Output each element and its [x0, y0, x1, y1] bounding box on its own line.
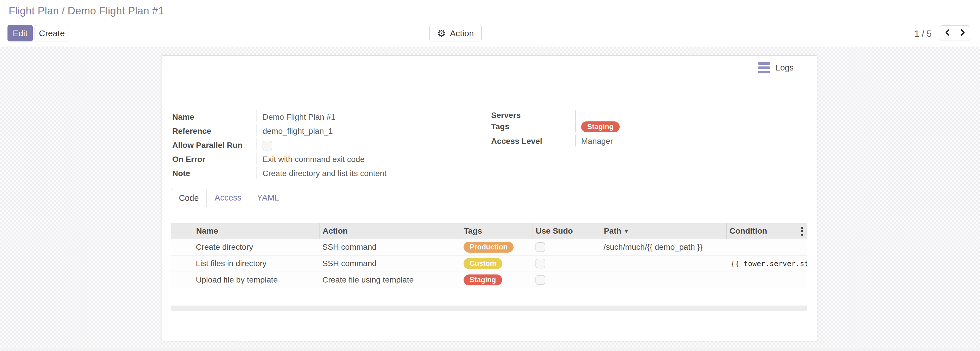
gear-icon: ⚙ — [437, 29, 446, 38]
breadcrumb-parent-link[interactable]: Flight Plan — [9, 5, 59, 17]
list-icon — [758, 62, 770, 73]
row-action-cell: SSH command — [320, 259, 461, 268]
access-level-field-label: Access Level — [490, 135, 576, 147]
tab-code[interactable]: Code — [171, 189, 207, 207]
breadcrumb: Flight Plan/Demo Flight Plan #1 — [9, 5, 164, 17]
field-row-servers: Servers — [490, 110, 807, 121]
command-list-table: Name Action Tags Use Sudo Path ▾ Conditi… — [171, 223, 807, 288]
on-error-field-value: Exit with command exit code — [257, 153, 364, 164]
column-header-condition[interactable]: Condition — [726, 223, 807, 239]
pager-previous-button[interactable] — [940, 26, 955, 41]
tab-yaml[interactable]: YAML — [249, 189, 287, 207]
note-field-label: Note — [171, 167, 257, 179]
name-field-label: Name — [171, 110, 257, 122]
breadcrumb-separator: / — [59, 5, 68, 17]
logs-stat-button[interactable]: Logs — [735, 56, 817, 80]
form-sheet: Logs Name Demo Flight Plan #1 Reference … — [162, 55, 817, 341]
breadcrumb-current: Demo Flight Plan #1 — [68, 5, 164, 17]
action-menu-button[interactable]: ⚙ Action — [430, 25, 482, 41]
column-header-tags[interactable]: Tags — [461, 223, 533, 239]
pager-next-button[interactable] — [955, 26, 970, 41]
row-use-sudo-cell — [533, 242, 601, 252]
row-path-cell: /such/much/{{ demo_path }} — [601, 243, 726, 252]
flight-plan-form-view: Flight Plan/Demo Flight Plan #1 Edit Cre… — [0, 0, 980, 351]
pager-value[interactable]: 1 / 5 — [915, 29, 932, 39]
table-row[interactable]: List files in directory SSH command Cust… — [171, 255, 807, 272]
row-action-cell: SSH command — [320, 243, 461, 252]
notebook-tabs: Code Access YAML — [171, 189, 807, 207]
row-name-cell: List files in directory — [193, 259, 320, 268]
row-use-sudo-cell — [533, 258, 601, 268]
note-field-value: Create directory and list its content — [257, 167, 387, 179]
column-header-handle — [171, 223, 193, 239]
reference-field-label: Reference — [171, 124, 257, 136]
row-tags-cell: Production — [461, 242, 533, 253]
use-sudo-checkbox[interactable] — [535, 258, 545, 268]
field-row-reference: Reference demo_flight_plan_1 — [171, 124, 481, 139]
tag-production: Production — [463, 242, 514, 253]
on-error-field-label: On Error — [171, 153, 257, 164]
tag-staging: Staging — [463, 274, 502, 286]
tags-field-value: Staging — [576, 121, 620, 132]
logs-button-label: Logs — [776, 63, 794, 72]
button-box: Logs — [162, 56, 817, 80]
row-condition-cell: {{ tower.server.st — [726, 260, 807, 268]
column-header-path[interactable]: Path ▾ — [601, 223, 726, 239]
row-name-cell: Upload file by template — [193, 275, 320, 284]
bottom-edge-strip — [0, 347, 980, 351]
use-sudo-checkbox[interactable] — [535, 275, 545, 285]
edit-button[interactable]: Edit — [8, 25, 33, 41]
field-row-access-level: Access Level Manager — [490, 135, 807, 149]
use-sudo-checkbox[interactable] — [535, 242, 545, 252]
field-row-name: Name Demo Flight Plan #1 — [171, 110, 481, 124]
table-header-row: Name Action Tags Use Sudo Path ▾ Conditi… — [171, 223, 807, 239]
field-row-tags: Tags Staging — [490, 121, 807, 135]
field-group-left: Name Demo Flight Plan #1 Reference demo_… — [171, 110, 481, 181]
tab-access[interactable]: Access — [207, 189, 249, 207]
chevron-right-icon — [959, 28, 966, 38]
name-field-value: Demo Flight Plan #1 — [257, 110, 336, 122]
column-header-action[interactable]: Action — [320, 223, 461, 239]
row-name-cell: Create directory — [193, 243, 320, 252]
table-row[interactable]: Upload file by template Create file usin… — [171, 272, 807, 288]
row-tags-cell: Custom — [461, 258, 533, 269]
allow-parallel-run-field-label: Allow Parallel Run — [171, 139, 257, 150]
optional-columns-icon[interactable] — [801, 223, 803, 239]
servers-field-label: Servers — [490, 110, 576, 121]
tag-custom: Custom — [463, 258, 503, 269]
field-group-right: Servers Tags Staging Access Level Manage… — [490, 110, 807, 149]
pager — [940, 26, 970, 41]
action-menu-label: Action — [450, 29, 474, 38]
field-row-allow-parallel-run: Allow Parallel Run — [171, 139, 481, 153]
column-header-name[interactable]: Name — [193, 223, 320, 239]
access-level-field-value: Manager — [576, 135, 613, 147]
field-row-on-error: On Error Exit with command exit code — [171, 153, 481, 167]
row-action-cell: Create file using template — [320, 275, 461, 284]
sort-descending-icon: ▾ — [625, 227, 628, 235]
allow-parallel-run-field-value — [257, 139, 272, 150]
column-header-use-sudo[interactable]: Use Sudo — [533, 223, 601, 239]
table-row[interactable]: Create directory SSH command Production … — [171, 239, 807, 255]
tag-staging[interactable]: Staging — [581, 121, 620, 132]
create-button[interactable]: Create — [35, 25, 69, 41]
field-row-note: Note Create directory and list its conte… — [171, 167, 481, 181]
row-tags-cell: Staging — [461, 274, 533, 286]
control-panel: Flight Plan/Demo Flight Plan #1 Edit Cre… — [0, 0, 980, 47]
row-use-sudo-cell — [533, 275, 601, 285]
column-header-path-label: Path — [604, 227, 621, 236]
allow-parallel-run-checkbox[interactable] — [262, 141, 272, 150]
reference-field-value: demo_flight_plan_1 — [257, 124, 333, 136]
chevron-left-icon — [944, 28, 951, 38]
horizontal-scrollbar[interactable] — [171, 306, 807, 311]
tags-field-label: Tags — [490, 121, 576, 132]
